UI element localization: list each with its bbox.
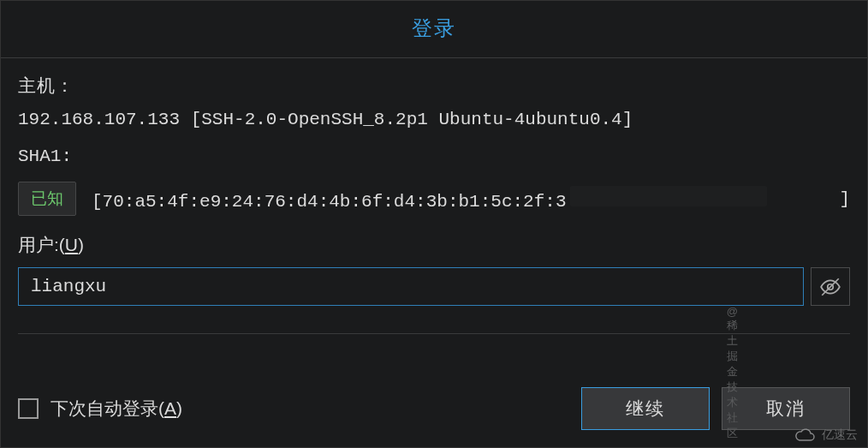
checkbox-box-icon xyxy=(18,398,39,419)
sha1-redacted xyxy=(570,186,767,206)
user-label-prefix: 用户:( xyxy=(18,235,65,254)
auto-login-hotkey: A xyxy=(164,398,176,418)
user-input-row xyxy=(18,267,850,306)
sha1-row: 已知 [70:a5:4f:e9:24:76:d4:4b:6f:d4:3b:b1:… xyxy=(18,182,850,216)
auto-login-checkbox[interactable]: 下次自动登录(A) xyxy=(18,397,182,421)
dialog-title: 登录 xyxy=(1,1,867,58)
sha1-fingerprint-text: 70:a5:4f:e9:24:76:d4:4b:6f:d4:3b:b1:5c:2… xyxy=(103,192,567,212)
user-label-suffix: ) xyxy=(78,235,84,254)
login-dialog: 登录 主机： 192.168.107.133 [SSH-2.0-OpenSSH_… xyxy=(0,0,868,448)
separator xyxy=(18,333,850,334)
auto-login-prefix: 下次自动登录( xyxy=(51,398,164,418)
auto-login-label: 下次自动登录(A) xyxy=(51,397,182,421)
continue-button[interactable]: 继续 xyxy=(581,387,710,430)
cancel-button[interactable]: 取消 xyxy=(722,387,850,430)
auto-login-suffix: ) xyxy=(176,398,182,418)
sha1-label: SHA1: xyxy=(18,146,850,166)
user-label-hotkey: U xyxy=(65,235,78,254)
sha1-bracket-open: [ xyxy=(92,192,103,212)
dialog-footer: 下次自动登录(A) 继续 取消 xyxy=(1,370,867,447)
host-label: 主机： xyxy=(18,74,850,98)
dialog-content: 主机： 192.168.107.133 [SSH-2.0-OpenSSH_8.2… xyxy=(1,58,867,370)
username-input[interactable] xyxy=(18,267,804,306)
sha1-bracket-close: ] xyxy=(839,189,850,209)
host-value: 192.168.107.133 [SSH-2.0-OpenSSH_8.2p1 U… xyxy=(18,110,850,129)
eye-off-icon xyxy=(819,276,841,298)
known-badge: 已知 xyxy=(18,182,76,216)
toggle-visibility-button[interactable] xyxy=(811,267,850,306)
user-label: 用户:(U) xyxy=(18,233,850,257)
sha1-fingerprint: [70:a5:4f:e9:24:76:d4:4b:6f:d4:3b:b1:5c:… xyxy=(92,186,850,212)
